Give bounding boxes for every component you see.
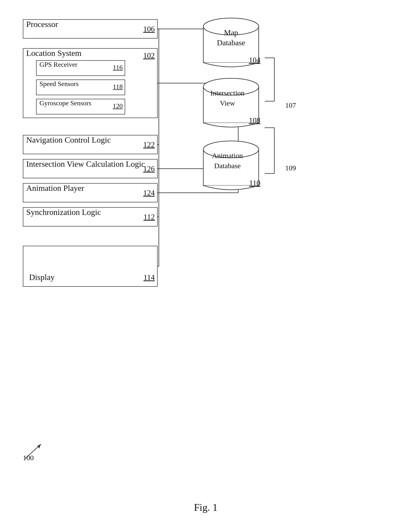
location-ref: 102 <box>143 51 155 60</box>
intersection-label: Intersection View Calculation Logic <box>23 158 148 170</box>
animation-db-cylinder: AnimationDatabase 110 109 <box>200 137 265 193</box>
fig-100-label: 100 <box>23 442 45 463</box>
gyro-label: Gyroscope Sensors <box>37 98 94 108</box>
animation-db-ref: 110 <box>249 179 260 188</box>
speed-label: Speed Sensors <box>37 78 82 89</box>
display-label: Display <box>26 271 57 283</box>
map-db-cylinder: Map Database 104 <box>200 14 265 70</box>
nav-ref: 122 <box>143 140 155 149</box>
animation-ref: 124 <box>143 189 155 197</box>
gyro-box: Gyroscope Sensors 120 <box>36 99 125 114</box>
location-label: Location System <box>23 47 84 59</box>
nav-box: Navigation Control Logic 122 <box>23 135 158 154</box>
processor-box: Processor 106 <box>23 19 158 38</box>
speed-box: Speed Sensors 118 <box>36 79 125 95</box>
map-db-label: Map Database <box>203 28 259 48</box>
figure-label: Fig. 1 <box>194 502 218 513</box>
fig-100-num: 100 <box>23 454 34 462</box>
ref-109: 109 <box>285 164 296 172</box>
gps-label: GPS Receiver <box>37 59 80 70</box>
speed-ref: 118 <box>113 83 123 91</box>
display-ref: 114 <box>143 273 155 282</box>
nav-label: Navigation Control Logic <box>23 134 114 146</box>
sync-ref: 112 <box>143 212 155 221</box>
sync-label: Synchronization Logic <box>23 206 104 218</box>
map-db-ref: 104 <box>249 56 260 65</box>
gps-box: GPS Receiver 116 <box>36 60 125 76</box>
ref-107: 107 <box>285 101 296 109</box>
sync-box: Synchronization Logic 112 <box>23 207 158 227</box>
display-box: Display 114 <box>23 246 158 287</box>
processor-ref: 106 <box>143 25 155 33</box>
intersection-db-label: IntersectionView <box>203 88 251 108</box>
animation-label: Animation Player <box>23 182 87 194</box>
intersection-db-cylinder: IntersectionView 108 107 <box>200 75 265 130</box>
animation-player-box: Animation Player 124 <box>23 183 158 202</box>
intersection-ref: 126 <box>143 164 155 173</box>
animation-db-label: AnimationDatabase <box>203 151 251 171</box>
processor-label: Processor <box>23 18 61 30</box>
intersection-db-ref: 108 <box>249 116 260 125</box>
gps-ref: 116 <box>113 64 123 71</box>
svg-marker-33 <box>37 444 41 448</box>
intersection-box: Intersection View Calculation Logic 126 <box>23 159 158 178</box>
gyro-ref: 120 <box>113 102 123 110</box>
